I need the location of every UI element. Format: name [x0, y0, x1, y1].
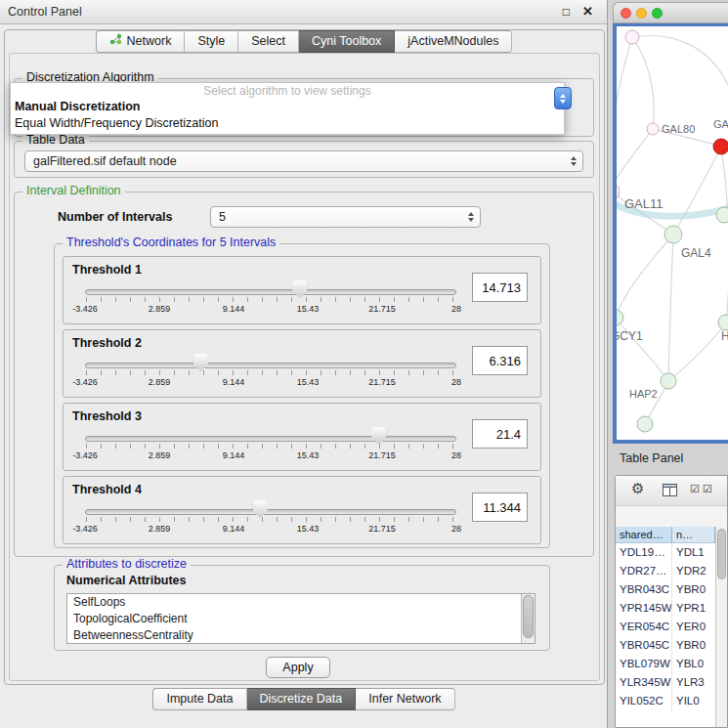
network-node[interactable]	[718, 315, 728, 330]
numerical-attributes-list[interactable]: SelfLoopsTopologicalCoefficientBetweenne…	[66, 593, 535, 644]
algorithm-combobox-stepper[interactable]	[554, 87, 572, 109]
table-row[interactable]: YER054CYER0	[616, 618, 715, 636]
table-cell[interactable]: YER054C	[616, 618, 672, 636]
tab-network[interactable]: Network	[96, 30, 186, 53]
attributes-scrollbar-thumb[interactable]	[523, 595, 534, 638]
table-cell[interactable]: YBR045C	[616, 636, 672, 655]
threshold-slider[interactable]: -3.4262.8599.14415.4321.71528	[85, 280, 456, 320]
table-row[interactable]: YIL052CYIL0	[616, 692, 715, 710]
slider-thumb-icon[interactable]	[292, 280, 307, 298]
attribute-list-item[interactable]: SelfLoops	[67, 594, 535, 611]
slider-groove	[85, 363, 456, 368]
table-cell[interactable]: YLR3	[672, 673, 715, 692]
slider-thumb-icon[interactable]	[253, 500, 268, 518]
table-row[interactable]: YBR045CYBR0	[616, 636, 715, 655]
slider-scale: -3.4262.8599.14415.4321.71528	[85, 450, 456, 462]
network-node[interactable]	[661, 373, 676, 389]
network-edge	[617, 129, 653, 192]
table-cell[interactable]: YIL0	[672, 692, 715, 710]
network-node[interactable]	[617, 310, 623, 325]
tab-select[interactable]: Select	[238, 30, 299, 53]
threshold-slider[interactable]: -3.4262.8599.14415.4321.71528	[85, 354, 456, 393]
table-data-combobox[interactable]: galFiltered.sif default node	[24, 150, 583, 172]
threshold-panel: Threshold 1-3.4262.8599.14415.4321.71528…	[63, 256, 541, 324]
network-canvas[interactable]: GAL80GAGAL11GAL4GCY1HHAP2	[617, 26, 728, 440]
slider-thumb-icon[interactable]	[371, 427, 386, 445]
column-header[interactable]: n…	[672, 527, 715, 543]
attribute-list-item[interactable]: TopologicalCoefficient	[67, 611, 535, 627]
tab-jactivemnodules[interactable]: jActiveMNodules	[395, 30, 512, 53]
attribute-list-item[interactable]: BetweennessCentrality	[67, 627, 535, 644]
algorithm-combobox-placeholder[interactable]: Select algorithm to view settings	[11, 83, 564, 99]
top-tabbar: NetworkStyleSelectCyni ToolboxjActiveMNo…	[0, 30, 608, 53]
slider-thumb-icon[interactable]	[193, 354, 208, 371]
table-scrollbar-thumb[interactable]	[717, 529, 726, 579]
checkbox-on-icon[interactable]: ☑	[703, 483, 712, 495]
network-graph[interactable]: GAL80GAGAL11GAL4GCY1HHAP2	[617, 26, 728, 440]
threshold-value-field[interactable]: 21.4	[472, 419, 528, 449]
table-row[interactable]: YBL079WYBL0	[616, 655, 715, 673]
slider-groove	[85, 509, 456, 515]
close-icon[interactable]: ✕	[582, 0, 593, 23]
table-cell[interactable]: YIL052C	[616, 692, 672, 710]
tab-style[interactable]: Style	[185, 30, 238, 53]
close-traffic-light-icon[interactable]	[621, 8, 631, 19]
network-node[interactable]	[664, 226, 682, 243]
attributes-scrollbar[interactable]	[521, 594, 535, 643]
table-row[interactable]: YBR043CYBR0	[616, 580, 715, 599]
control-panel-titlebar[interactable]: Control Panel □ ✕	[0, 0, 607, 24]
scale-tick-label: 9.144	[223, 450, 245, 460]
table-row[interactable]: YDL19…YDL1	[616, 543, 715, 562]
column-header[interactable]: shared…	[616, 527, 672, 543]
table-cell[interactable]: YBL079W	[616, 655, 672, 673]
threshold-value-field[interactable]: 6.316	[472, 346, 528, 375]
table-scrollbar[interactable]	[715, 527, 727, 727]
network-node-selected[interactable]	[713, 139, 728, 154]
scale-tick-label: 15.43	[297, 524, 320, 534]
scale-tick-label: 21.715	[368, 304, 396, 314]
checkbox-on-icon[interactable]: ☑	[690, 483, 700, 495]
threshold-slider[interactable]: -3.4262.8599.14415.4321.71528	[85, 427, 456, 466]
table-cell[interactable]: YPR1	[672, 599, 715, 618]
tab-infer-network[interactable]: Infer Network	[356, 688, 454, 710]
table-cell[interactable]: YBR043C	[616, 580, 672, 599]
tab-cyni-toolbox[interactable]: Cyni Toolbox	[299, 30, 395, 53]
threshold-value-field[interactable]: 14.713	[472, 273, 528, 302]
table-cell[interactable]: YBR0	[672, 580, 715, 599]
threshold-slider[interactable]: -3.4262.8599.14415.4321.71528	[85, 500, 456, 539]
minimize-traffic-light-icon[interactable]	[636, 8, 647, 19]
algorithm-option[interactable]: Equal Width/Frequency Discretization	[11, 115, 564, 132]
tab-discretize-data[interactable]: Discretize Data	[247, 688, 357, 710]
table-cell[interactable]: YBL0	[672, 655, 715, 673]
network-edge	[668, 235, 673, 381]
threshold-value-field[interactable]: 11.344	[472, 492, 528, 522]
table-cell[interactable]: YDL1	[672, 543, 715, 562]
network-node[interactable]	[716, 207, 728, 223]
zoom-traffic-light-icon[interactable]	[652, 8, 663, 19]
network-node[interactable]	[647, 123, 659, 135]
table-cell[interactable]: YDR27…	[616, 562, 672, 580]
bottom-tabbar: Impute DataDiscretize DataInfer Network	[0, 688, 608, 710]
table-row[interactable]: YDR27…YDR2	[616, 562, 715, 580]
table-cell[interactable]: YBR0	[672, 636, 715, 655]
columns-icon[interactable]	[663, 484, 677, 499]
table-cell[interactable]: YDL19…	[616, 543, 672, 562]
algorithm-option[interactable]: Manual Discretization	[11, 99, 564, 115]
tab-impute-data[interactable]: Impute Data	[152, 688, 246, 710]
tab-label: Infer Network	[368, 689, 441, 709]
apply-button[interactable]: Apply	[266, 657, 330, 678]
table-cell[interactable]: YER0	[672, 618, 715, 636]
table-cell[interactable]: YLR345W	[616, 673, 672, 692]
scale-tick-label: 28	[451, 524, 461, 534]
network-node[interactable]	[625, 30, 639, 44]
number-of-intervals-combobox[interactable]: 5	[210, 206, 481, 228]
scale-tick-label: 21.715	[368, 450, 396, 460]
table-cell[interactable]: YPR145W	[616, 599, 672, 618]
network-window-titlebar[interactable]	[613, 2, 728, 23]
table-cell[interactable]: YDR2	[672, 562, 715, 580]
gear-icon[interactable]: ⚙	[631, 480, 644, 497]
table-row[interactable]: YPR145WYPR1	[616, 599, 715, 618]
float-window-icon[interactable]: □	[563, 0, 570, 23]
network-node[interactable]	[637, 416, 653, 432]
table-row[interactable]: YLR345WYLR3	[616, 673, 715, 692]
